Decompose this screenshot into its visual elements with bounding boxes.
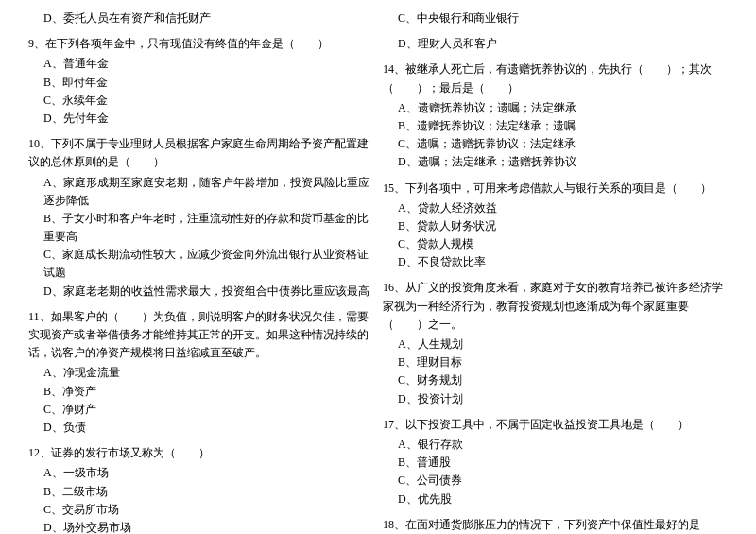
q11-option-d: D、负债 xyxy=(28,419,373,437)
left-column: D、委托人员在有资产和信托财产 9、在下列各项年金中，只有现值没有终值的年金是（… xyxy=(28,9,373,534)
question-10: 10、下列不属于专业理财人员根据客户家庭生命周期给予资产配置建议的总体原则的是（… xyxy=(28,135,373,301)
question-16: 16、从广义的投资角度来看，家庭对子女的教育培养己被许多经济学家视为一种经济行为… xyxy=(383,279,728,407)
question-14-title: 14、被继承人死亡后，有遗赠抚养协议的，先执行（ ）；其次（ ）；最后是（ ） xyxy=(383,60,728,96)
q17-option-b: B、普通股 xyxy=(383,454,728,472)
two-column-layout: D、委托人员在有资产和信托财产 9、在下列各项年金中，只有现值没有终值的年金是（… xyxy=(28,9,728,534)
question-18-title: 18、在面对通货膨胀压力的情况下，下列资产中保值性最好的是（ ） xyxy=(383,516,728,534)
q11-option-c: C、净财产 xyxy=(28,401,373,419)
q11-option-a: A、净现金流量 xyxy=(28,364,373,382)
q12-option-d: D、场外交易市场 xyxy=(28,519,373,534)
option-d2-text: D、理财人员和客户 xyxy=(383,35,728,53)
question-12: 12、证券的发行市场又称为（ ） A、一级市场 B、二级市场 C、交易所市场 D… xyxy=(28,444,373,534)
q14-option-c: C、遗嘱；遗赠抚养协议；法定继承 xyxy=(383,135,728,153)
page-content: D、委托人员在有资产和信托财产 9、在下列各项年金中，只有现值没有终值的年金是（… xyxy=(28,9,728,534)
option-c-text: C、中央银行和商业银行 xyxy=(383,9,728,27)
right-column: C、中央银行和商业银行 D、理财人员和客户 14、被继承人死亡后，有遗赠抚养协议… xyxy=(383,9,728,534)
q17-option-c: C、公司债券 xyxy=(383,472,728,490)
q9-option-b: B、即付年金 xyxy=(28,74,373,92)
question-14: 14、被继承人死亡后，有遗赠抚养协议的，先执行（ ）；其次（ ）；最后是（ ） … xyxy=(383,60,728,171)
question-17: 17、以下投资工具中，不属于固定收益投资工具地是（ ） A、银行存款 B、普通股… xyxy=(383,416,728,508)
question-15: 15、下列各项中，可用来考虑借款人与银行关系的项目是（ ） A、贷款人经济效益 … xyxy=(383,180,728,272)
q12-option-a: A、一级市场 xyxy=(28,464,373,482)
option-text: D、委托人员在有资产和信托财产 xyxy=(28,9,373,27)
q14-option-b: B、遗赠抚养协议；法定继承；遗嘱 xyxy=(383,117,728,135)
question-17-title: 17、以下投资工具中，不属于固定收益投资工具地是（ ） xyxy=(383,416,728,434)
q16-option-a: A、人生规划 xyxy=(383,336,728,353)
question-18: 18、在面对通货膨胀压力的情况下，下列资产中保值性最好的是（ ） A、储蓄 B、… xyxy=(383,516,728,534)
q14-option-a: A、遗赠抚养协议；遗嘱；法定继承 xyxy=(383,99,728,117)
q16-option-b: B、理财目标 xyxy=(383,353,728,371)
q11-option-b: B、净资产 xyxy=(28,383,373,401)
q9-option-a: A、普通年金 xyxy=(28,55,373,73)
question-10-title: 10、下列不属于专业理财人员根据客户家庭生命周期给予资产配置建议的总体原则的是（… xyxy=(28,135,373,171)
q15-option-a: A、贷款人经济效益 xyxy=(383,199,728,217)
question-12-title: 12、证券的发行市场又称为（ ） xyxy=(28,444,373,462)
q16-option-c: C、财务规划 xyxy=(383,371,728,389)
question-9: 9、在下列各项年金中，只有现值没有终值的年金是（ ） A、普通年金 B、即付年金… xyxy=(28,35,373,128)
q16-option-d: D、投资计划 xyxy=(383,390,728,408)
q9-option-d: D、先付年金 xyxy=(28,110,373,128)
q10-option-a: A、家庭形成期至家庭安老期，随客户年龄增加，投资风险比重应逐步降低 xyxy=(28,174,373,210)
q10-option-c: C、家庭成长期流动性较大，应减少资金向外流出银行从业资格证试题 xyxy=(28,246,373,282)
q10-option-d: D、家庭老老期的收益性需求最大，投资组合中债券比重应该最高 xyxy=(28,283,373,301)
option-d-trustee: D、委托人员在有资产和信托财产 xyxy=(28,9,373,27)
q9-option-c: C、永续年金 xyxy=(28,92,373,110)
q17-option-d: D、优先股 xyxy=(383,491,728,508)
question-16-title: 16、从广义的投资角度来看，家庭对子女的教育培养己被许多经济学家视为一种经济行为… xyxy=(383,279,728,334)
q14-option-d: D、遗嘱；法定继承；遗赠抚养协议 xyxy=(383,153,728,171)
question-9-title: 9、在下列各项年金中，只有现值没有终值的年金是（ ） xyxy=(28,35,373,53)
q15-option-d: D、不良贷款比率 xyxy=(383,253,728,271)
q15-option-c: C、贷款人规模 xyxy=(383,235,728,253)
question-15-title: 15、下列各项中，可用来考虑借款人与银行关系的项目是（ ） xyxy=(383,180,728,198)
q17-option-a: A、银行存款 xyxy=(383,436,728,454)
question-11: 11、如果客户的（ ）为负值，则说明客户的财务状况欠佳，需要实现资产或者举借债务… xyxy=(28,308,373,437)
q10-option-b: B、子女小时和客户年老时，注重流动性好的存款和货币基金的比重要高 xyxy=(28,210,373,246)
q12-option-c: C、交易所市场 xyxy=(28,501,373,519)
question-11-title: 11、如果客户的（ ）为负值，则说明客户的财务状况欠佳，需要实现资产或者举借债务… xyxy=(28,308,373,363)
option-d-finance-person: D、理财人员和客户 xyxy=(383,35,728,53)
q12-option-b: B、二级市场 xyxy=(28,483,373,501)
option-c-central-bank: C、中央银行和商业银行 xyxy=(383,9,728,27)
q15-option-b: B、贷款人财务状况 xyxy=(383,217,728,235)
